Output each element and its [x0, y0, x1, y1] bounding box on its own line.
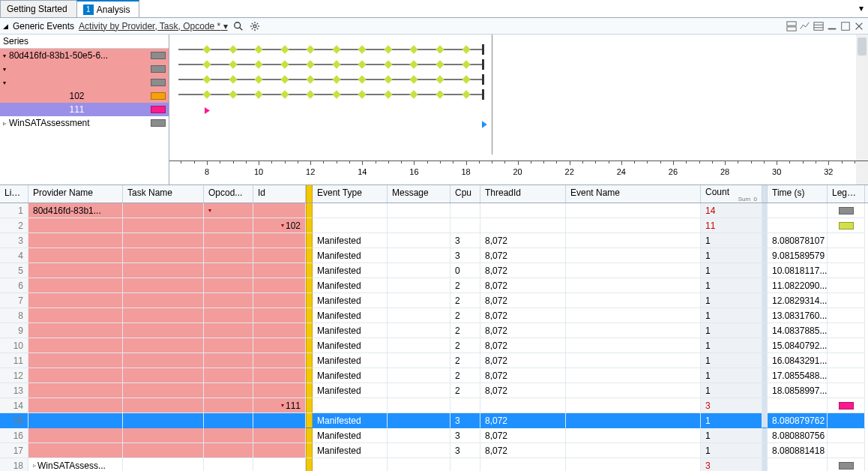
table-row[interactable]: 180d416fd-83b1...▾14 — [0, 203, 868, 218]
tab-bar: Getting Started 1Analysis ▾ — [0, 0, 868, 18]
table-row[interactable]: 8Manifested28,072113.0831760... — [0, 308, 868, 323]
svg-line-1 — [239, 27, 242, 30]
series-row[interactable]: ▾ — [0, 62, 169, 76]
minimize-icon[interactable] — [826, 20, 838, 32]
series-row[interactable]: 111 — [0, 103, 169, 116]
table-cell: 2 — [450, 308, 480, 323]
table-cell — [123, 248, 204, 263]
table-cell: 2 — [450, 293, 480, 308]
table-cell — [566, 353, 701, 368]
table-cell: 10.0818117... — [768, 263, 828, 278]
table-cell: 17.0855488... — [768, 368, 828, 383]
table-row[interactable]: 14▾1113 — [0, 398, 868, 413]
col-separator-gold[interactable] — [306, 185, 313, 202]
view-graph-icon[interactable] — [799, 20, 811, 32]
col-cpu[interactable]: Cpu — [450, 185, 480, 202]
table-cell — [762, 458, 768, 471]
table-row[interactable]: 10Manifested28,072115.0840792... — [0, 338, 868, 353]
axis-label: 22 — [565, 167, 574, 176]
table-row[interactable]: 12Manifested28,072117.0855488... — [0, 368, 868, 383]
table-row[interactable]: 4Manifested38,07219.081589579 — [0, 248, 868, 263]
graph-track — [178, 94, 483, 95]
series-swatch — [151, 79, 166, 86]
table-cell: 2 — [450, 323, 480, 338]
table-cell — [388, 353, 450, 368]
table-cell — [388, 248, 450, 263]
table-cell — [566, 278, 701, 293]
axis-label: 18 — [461, 167, 470, 176]
timeline-graph[interactable]: 8101214161820222426283032 — [169, 34, 868, 184]
table-cell — [313, 203, 388, 218]
col-threadid[interactable]: ThreadId — [480, 185, 566, 202]
table-cell — [388, 428, 450, 443]
gear-icon[interactable] — [249, 20, 261, 32]
series-row[interactable]: ▾ — [0, 76, 169, 89]
col-separator-blue[interactable] — [762, 185, 768, 202]
preset-dropdown[interactable]: Activity by Provider, Task, Opcode * ▾ — [79, 21, 228, 32]
table-cell — [388, 308, 450, 323]
table-row[interactable]: 7Manifested28,072112.0829314... — [0, 293, 868, 308]
table-row[interactable]: 5Manifested08,072110.0818117... — [0, 263, 868, 278]
series-row[interactable]: 102 — [0, 89, 169, 103]
table-cell: 11 — [701, 218, 762, 233]
tab-getting-started[interactable]: Getting Started — [0, 0, 77, 17]
table-cell — [306, 398, 313, 413]
view-table-icon[interactable] — [813, 20, 825, 32]
table-cell — [253, 443, 306, 458]
tab-analysis[interactable]: 1Analysis — [76, 0, 140, 17]
maximize-icon[interactable] — [840, 20, 852, 32]
axis-label: 26 — [669, 167, 678, 176]
table-cell — [566, 458, 701, 471]
search-icon[interactable] — [232, 20, 244, 32]
table-row[interactable]: 11Manifested28,072116.0843291... — [0, 353, 868, 368]
table-row[interactable]: 13Manifested28,072118.0858997... — [0, 383, 868, 398]
axis-label: 14 — [358, 167, 367, 176]
table-cell: 1 — [701, 308, 762, 323]
close-icon[interactable] — [853, 20, 865, 32]
table-row[interactable]: 18▹WinSATAssess...3 — [0, 458, 868, 471]
col-provider[interactable]: Provider Name — [28, 185, 123, 202]
series-label: WinSATAssessment — [9, 118, 148, 128]
tab-overflow-icon[interactable]: ▾ — [859, 3, 864, 14]
table-cell — [480, 218, 566, 233]
table-cell: 1 — [701, 353, 762, 368]
view-both-icon[interactable] — [786, 20, 798, 32]
table-cell: 1 — [701, 443, 762, 458]
table-cell — [28, 323, 123, 338]
table-cell: 1 — [0, 203, 28, 218]
table-cell: 5 — [0, 263, 28, 278]
col-count[interactable]: CountSum 0 — [701, 185, 762, 202]
col-eventname[interactable]: Event Name — [566, 185, 701, 202]
series-row[interactable]: ▹ WinSATAssessment — [0, 116, 169, 130]
collapse-tri-icon[interactable]: ◢ — [3, 22, 8, 30]
table-cell — [762, 293, 768, 308]
table-row[interactable]: 6Manifested28,072111.0822090... — [0, 278, 868, 293]
table-row[interactable]: 15Manifested38,07218.080879762 — [0, 413, 868, 428]
table-row[interactable]: 9Manifested28,072114.0837885... — [0, 323, 868, 338]
col-line[interactable]: Lin... — [0, 185, 28, 202]
table-cell — [28, 353, 123, 368]
table-row[interactable]: 3Manifested38,07218.080878107 — [0, 233, 868, 248]
playhead-line[interactable] — [492, 34, 492, 154]
col-opcode[interactable]: Opcod... — [204, 185, 253, 202]
table-cell — [388, 413, 450, 428]
table-row[interactable]: 2▾10211 — [0, 218, 868, 233]
table-cell — [204, 398, 253, 413]
table-cell: 80d416fd-83b1... — [28, 203, 123, 218]
table-cell: 14 — [0, 398, 28, 413]
marker-icon — [205, 107, 210, 114]
table-cell: 8.080879762 — [768, 413, 828, 428]
series-swatch — [151, 92, 166, 100]
col-task[interactable]: Task Name — [123, 185, 204, 202]
col-id[interactable]: Id — [253, 185, 306, 202]
table-cell — [762, 398, 768, 413]
table-cell: 0 — [450, 263, 480, 278]
col-legend[interactable]: Legend — [828, 185, 865, 202]
table-row[interactable]: 16Manifested38,07218.080880756 — [0, 428, 868, 443]
col-eventtype[interactable]: Event Type — [313, 185, 388, 202]
col-time[interactable]: Time (s) — [768, 185, 828, 202]
col-message[interactable]: Message — [388, 185, 450, 202]
table-cell — [123, 458, 204, 471]
table-row[interactable]: 17Manifested38,07218.080881418 — [0, 443, 868, 458]
series-row[interactable]: ▾ 80d416fd-83b1-50e5-6... — [0, 49, 169, 62]
